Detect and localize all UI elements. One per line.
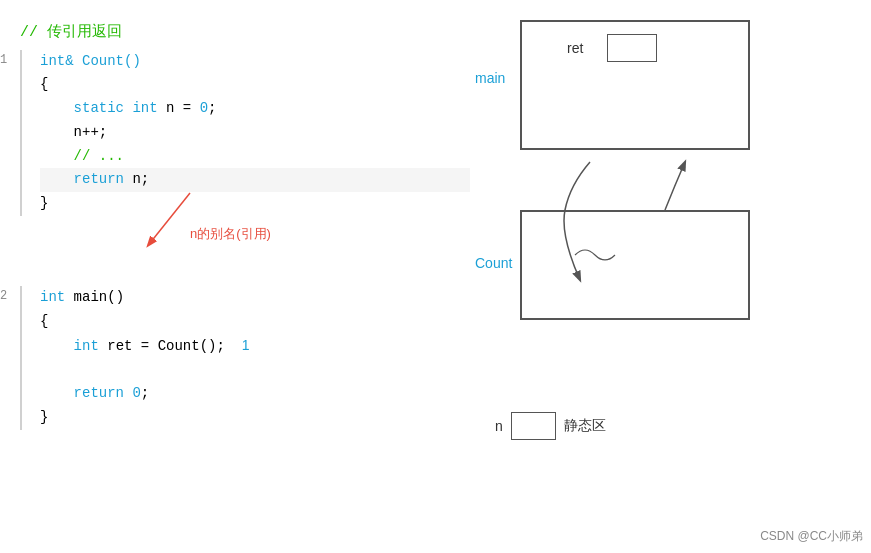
diagram-arrows <box>490 20 780 450</box>
comment-line: // 传引用返回 <box>20 20 470 46</box>
func2-block: 2 int main() { int ret = Count(); 1 retu… <box>20 286 470 430</box>
code-line1: static int n = 0; <box>40 97 470 121</box>
line-num-2: 2 <box>0 286 7 306</box>
section-gap <box>20 268 470 286</box>
n-label: n <box>495 418 503 434</box>
code-line7: return 0; <box>40 382 470 406</box>
n-box <box>511 412 556 440</box>
code-line6 <box>40 358 470 382</box>
func2-sig: int main() <box>40 286 470 310</box>
code-line2: n++; <box>40 121 470 145</box>
annotation-container: n的别名(引用) <box>20 218 470 268</box>
line-num-1: 1 <box>0 50 7 70</box>
static-text: 静态区 <box>564 417 606 435</box>
brace-close2: } <box>40 406 470 430</box>
brace-open1: { <box>40 73 470 97</box>
code-panel: // 传引用返回 1 int& Count() { static int n =… <box>10 10 470 543</box>
watermark: CSDN @CC小师弟 <box>760 528 863 545</box>
func1-sig: int& Count() <box>40 50 470 74</box>
brace-open2: { <box>40 310 470 334</box>
boxes-container: main ret Count <box>490 20 780 450</box>
main-container: // 传引用返回 1 int& Count() { static int n =… <box>0 0 871 553</box>
static-area: n 静态区 <box>495 412 606 440</box>
diagram-panel: main ret Count <box>470 10 861 543</box>
code-line3: // ... <box>40 145 470 169</box>
svg-line-0 <box>150 193 190 243</box>
code-line5: int ret = Count(); 1 <box>40 334 470 359</box>
annotation-arrow <box>100 183 300 263</box>
